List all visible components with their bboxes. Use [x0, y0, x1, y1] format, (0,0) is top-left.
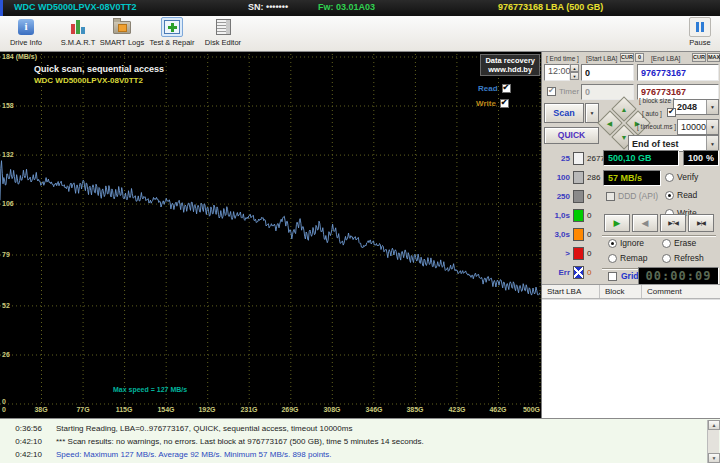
read-toggle-row: Read: [478, 84, 511, 93]
speed-chart-canvas: [0, 52, 541, 418]
log-line: 0:36:56 Starting Reading, LBA=0..9767731…: [0, 424, 352, 433]
scanned-size-display: 500,10 GB: [603, 150, 679, 166]
mode-read-radio[interactable]: Read: [665, 190, 697, 200]
end-lba-input[interactable]: [637, 64, 719, 81]
start-lba-label: [Start LBA]: [586, 55, 617, 62]
x-tick: 115G: [116, 406, 133, 413]
spin-up-icon[interactable]: ▲: [570, 64, 579, 72]
write-checkbox[interactable]: [500, 99, 509, 108]
end-lba-label: [End LBA]: [651, 55, 680, 62]
end-time-spinner[interactable]: 12:00: [544, 64, 570, 81]
error-counter: Err0: [544, 266, 591, 279]
block-size-select[interactable]: 2048▼: [673, 99, 719, 115]
speed-chart: 184 (MB/s) 158 132 106 79 52 26 0 0 38G …: [0, 52, 541, 418]
nav-up-icon: ▲: [621, 106, 628, 113]
progress-percent-display: 100%: [683, 150, 719, 166]
x-tick: 269G: [281, 406, 298, 413]
timeout-label: [ timeout.ms ]: [637, 123, 676, 130]
x-tick: 154G: [157, 406, 174, 413]
y-tick: 158: [2, 102, 14, 109]
scan-drive-subtitle: WDC WD5000LPVX-08V0TT2: [34, 76, 143, 85]
start-lba-input[interactable]: [581, 64, 634, 81]
y-tick: 79: [2, 251, 10, 258]
end-lba-cur-button[interactable]: CUR: [692, 53, 706, 62]
ddd-api-row: DDD (API): [606, 191, 658, 201]
action-erase-radio[interactable]: Erase: [662, 238, 696, 248]
nav-down-icon: ▼: [621, 134, 628, 141]
nav-left-icon: ◀: [607, 119, 612, 126]
play-forward-button[interactable]: ▶: [604, 214, 630, 232]
main-toolbar: i Drive Info S.M.A.R.T SMART Logs: [0, 16, 720, 52]
drive-model-title: WDC WD5000LPVX-08V0TT2: [14, 2, 137, 12]
auto-label: [ auto ]: [642, 110, 662, 117]
test-repair-button[interactable]: Test & Repair: [140, 17, 204, 51]
drive-serial: SN: •••••••: [248, 2, 288, 12]
start-lba-cur-button[interactable]: CUR: [620, 53, 634, 62]
hddby-watermark: Data recovery www.hdd.by: [480, 54, 540, 76]
spin-down-icon[interactable]: ▼: [570, 72, 579, 80]
disk-editor-button[interactable]: Disk Editor: [196, 17, 250, 51]
play-backward-button[interactable]: ◀: [632, 214, 658, 232]
ddd-api-checkbox[interactable]: [606, 192, 615, 201]
elapsed-time-display: 00:00:09: [638, 267, 719, 285]
scroll-up-icon[interactable]: ▲: [708, 420, 720, 430]
timeout-select[interactable]: 10000▼: [677, 119, 719, 135]
y-tick: 26: [2, 351, 10, 358]
scan-dropdown-button[interactable]: ▼: [585, 103, 599, 123]
defect-table-header: Start LBA Block Comment: [542, 284, 720, 299]
timer-label: Timer: [559, 87, 579, 96]
end-lba-max-button[interactable]: MAX: [707, 53, 720, 62]
event-log[interactable]: 0:36:56 Starting Reading, LBA=0..9767731…: [0, 418, 720, 463]
chevron-down-icon: ▼: [706, 100, 718, 114]
seek-question-button[interactable]: ▶?◀: [660, 214, 686, 232]
block-size-label: [ block size ]: [639, 97, 675, 104]
y-tick: 52: [2, 302, 10, 309]
x-tick: 0: [2, 406, 6, 413]
scroll-down-icon[interactable]: ▼: [708, 453, 720, 463]
x-tick: 423G: [448, 406, 465, 413]
scan-mode-title: Quick scan, sequential access: [34, 64, 164, 74]
mode-verify-radio[interactable]: Verify: [665, 172, 698, 182]
auto-checkbox[interactable]: [667, 108, 676, 117]
drive-firmware: Fw: 03.01A03: [318, 2, 375, 12]
pause-button[interactable]: Pause: [682, 17, 718, 51]
grid-label: Grid: [621, 271, 638, 281]
x-tick: 346G: [365, 406, 382, 413]
y-tick: 106: [2, 200, 14, 207]
seek-end-button[interactable]: ▶|◀: [688, 214, 714, 232]
y-tick: 0: [2, 398, 6, 405]
smart-chart-icon: [67, 17, 89, 37]
x-tick: 38G: [34, 406, 47, 413]
end-time-spin-buttons[interactable]: ▲ ▼: [570, 64, 579, 81]
action-ignore-radio[interactable]: Ignore: [608, 238, 644, 248]
action-remap-radio[interactable]: Remap: [608, 253, 647, 263]
latency-counter-over: >0: [544, 247, 591, 260]
timer-checkbox[interactable]: [547, 87, 556, 96]
quick-button[interactable]: QUICK: [544, 127, 599, 144]
end-time-label: [ End time ]: [546, 55, 579, 62]
log-scrollbar[interactable]: ▲ ▼: [707, 420, 719, 463]
log-line: 0:42:10 Speed: Maximum 127 MB/s. Average…: [0, 450, 332, 459]
x-tick: 231G: [240, 406, 257, 413]
x-tick: 308G: [323, 406, 340, 413]
drive-info-button[interactable]: i Drive Info: [4, 17, 48, 51]
latency-counter-1s: 1,0s0: [544, 209, 591, 222]
latency-counter-100ms: 100286: [544, 171, 600, 184]
radio-icon: [662, 239, 671, 248]
radio-selected-icon: [608, 239, 617, 248]
pause-icon: [689, 17, 711, 37]
window-title-bar: WDC WD5000LPVX-08V0TT2 SN: ••••••• Fw: 0…: [0, 0, 720, 16]
read-label: Read: [478, 84, 498, 93]
y-tick: 184 (MB/s): [2, 53, 37, 60]
scan-button[interactable]: Scan: [544, 103, 584, 123]
latency-counter-250ms: 2500: [544, 190, 591, 203]
window-accent-strip: [0, 0, 3, 16]
defect-table-body[interactable]: [542, 299, 720, 418]
read-checkbox[interactable]: [502, 84, 511, 93]
x-tick: 192G: [198, 406, 215, 413]
grid-checkbox[interactable]: [608, 272, 617, 281]
test-control-panel: [ End time ] [Start LBA] CUR 0 [End LBA]…: [541, 52, 720, 418]
start-lba-zero-button[interactable]: 0: [635, 53, 644, 62]
max-speed-note: Max speed = 127 MB/s: [113, 386, 187, 393]
action-refresh-radio[interactable]: Refresh: [662, 253, 704, 263]
